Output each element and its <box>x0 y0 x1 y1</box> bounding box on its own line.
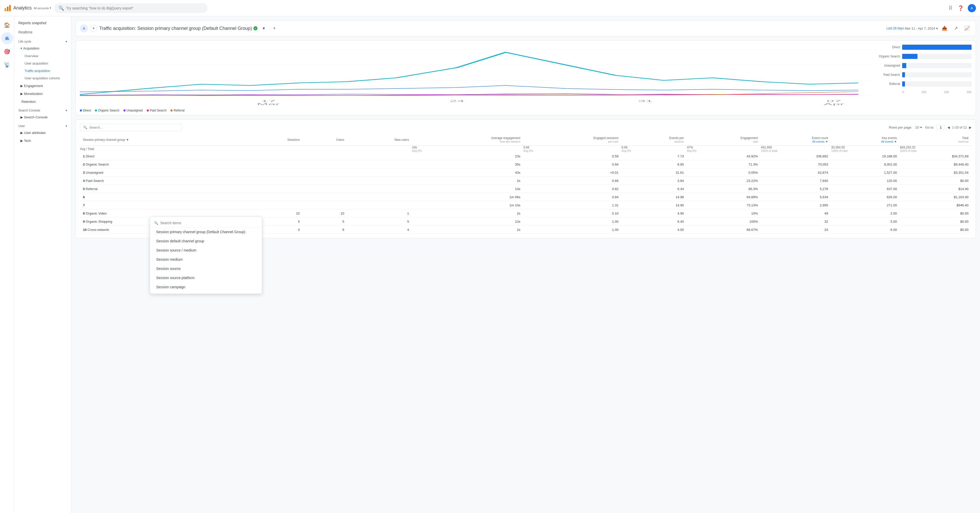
left-navigation: Reports snapshot Realtime Life cycle ▾ ▾… <box>14 16 72 513</box>
pagination-prev[interactable]: ◀ <box>947 125 950 129</box>
avatar[interactable]: A <box>968 4 976 12</box>
help-icon[interactable]: ❓ <box>958 5 964 11</box>
report-dropdown-button[interactable]: ▾ <box>259 24 268 33</box>
cell-engagement-rate: 73.13% <box>687 201 761 210</box>
add-comparison-button[interactable]: + <box>90 25 97 32</box>
dropdown-item[interactable]: Session primary channel group (Default C… <box>150 227 262 237</box>
col-events-per-session[interactable]: Events persession <box>621 134 687 146</box>
legend-referral[interactable]: Referral <box>170 109 185 112</box>
nav-section-user[interactable]: User ▾ <box>14 121 71 129</box>
cell-events-per-session: 3.84 <box>621 177 687 185</box>
expand-icon6: ▶ <box>21 131 23 135</box>
nav-search-console[interactable]: ▶ Search Console <box>14 113 71 121</box>
table-search-input[interactable] <box>89 125 179 129</box>
expand-icon2: ▶ <box>21 84 23 88</box>
dropdown-item[interactable]: Session medium <box>150 255 262 264</box>
bar-chart: Direct Organic Search Unassigned <box>875 44 972 111</box>
sidebar-home[interactable]: 🏠 <box>1 19 13 31</box>
add-report-button[interactable]: + <box>270 24 279 33</box>
col-sessions[interactable]: Sessions <box>244 134 303 146</box>
apps-icon[interactable]: ⠿ <box>947 5 953 11</box>
sidebar-explore[interactable]: 🎯 <box>1 45 13 58</box>
lifecycle-caret: ▾ <box>65 40 67 43</box>
user-caret: ▾ <box>65 124 67 128</box>
cell-events-per-session: 14.98 <box>621 193 687 201</box>
cell-avg-time: 2s <box>412 226 523 234</box>
cell-sessions <box>244 185 303 193</box>
nav-retention[interactable]: Retention <box>14 98 71 106</box>
date-range-picker[interactable]: Last 28 days Mar 11 - Apr 7, 2024 ▾ <box>886 27 938 30</box>
col-event-count[interactable]: Event countAll events ▼ <box>761 134 831 146</box>
dropdown-item[interactable]: Session source / medium <box>150 246 262 255</box>
avg-engagement-rate: 47% Avg 0% <box>687 146 761 152</box>
col-avg-time[interactable]: Average engagementtime per session <box>412 134 523 146</box>
legend-paid-search[interactable]: Paid Search <box>147 109 166 112</box>
avg-revenue: $49,293.33 100% of total <box>900 146 972 152</box>
cell-event-count: 5,278 <box>761 185 831 193</box>
cell-new-users <box>347 201 412 210</box>
nav-engagement[interactable]: ▶ Engagement <box>14 82 71 90</box>
col-engaged-sessions[interactable]: Engaged sessionsper user <box>523 134 621 146</box>
nav-reports-snapshot[interactable]: Reports snapshot <box>14 18 71 27</box>
expand-icon3: ▶ <box>21 92 23 96</box>
cell-event-count: 70,053 <box>761 160 831 168</box>
nav-user-acquisition[interactable]: User acquisition <box>14 60 71 67</box>
page-number-input[interactable] <box>936 125 945 130</box>
dropdown-search-input[interactable] <box>160 221 258 225</box>
dropdown-item[interactable]: Session source platform <box>150 273 262 283</box>
table-row: 1 Direct 23s 0.59 7.73 43.92% 336,892 19… <box>80 152 972 160</box>
search-input[interactable] <box>66 6 204 10</box>
cell-key-events: 2.00 <box>831 210 900 218</box>
cell-label: 1 Direct <box>80 152 244 160</box>
cell-new-users: 1 <box>347 210 412 218</box>
cell-engaged-sessions: 0.82 <box>523 185 621 193</box>
rows-per-page-select[interactable]: 10 25 50 <box>914 125 923 130</box>
pagination-next[interactable]: ▶ <box>969 125 972 129</box>
global-search[interactable]: 🔍 <box>54 3 207 13</box>
nav-acquisition[interactable]: ▾ Acquisition <box>14 44 71 52</box>
dropdown-item[interactable]: Session campaign <box>150 283 262 292</box>
search-console-section-label: Search Console <box>18 109 40 112</box>
dropdown-item[interactable]: Session source <box>150 264 262 273</box>
cell-engagement-rate: 23.22% <box>687 177 761 185</box>
col-users[interactable]: Users <box>303 134 347 146</box>
avg-events-per-session: 8.69 Avg 0% <box>621 146 687 152</box>
report-title-area: Traffic acquisition: Session primary cha… <box>99 24 279 33</box>
export-button[interactable]: 📤 <box>940 24 949 33</box>
cell-events-per-session: 7.73 <box>621 152 687 160</box>
dropdown-item[interactable]: Session default channel group <box>150 237 262 246</box>
svg-text:Mar: Mar <box>257 103 280 106</box>
bar-track-paid <box>902 72 972 77</box>
share-button[interactable]: ↗ <box>951 24 960 33</box>
table-controls: 🔍 Rows per page: 10 25 50 Go to: ◀ 1-10 … <box>80 124 972 131</box>
legend-direct[interactable]: Direct <box>80 109 91 112</box>
nav-overview[interactable]: Overview <box>14 52 71 60</box>
cell-engaged-sessions: 0.94 <box>523 160 621 168</box>
nav-monetization[interactable]: ▶ Monetization <box>14 90 71 98</box>
svg-text:07: 07 <box>827 100 842 103</box>
nav-traffic-acquisition[interactable]: Traffic acquisition <box>14 67 71 75</box>
col-channel[interactable]: Session primary channel group ▼ <box>80 134 244 146</box>
nav-user-acquisition-cohorts[interactable]: User acquisition cohorts <box>14 75 71 82</box>
page-range: 1-10 of 11 <box>952 125 967 129</box>
cell-key-events: 271.00 <box>831 201 900 210</box>
legend-organic-search[interactable]: Organic Search <box>95 109 119 112</box>
sidebar-advertising[interactable]: 📡 <box>1 59 13 71</box>
dropdown-search-area[interactable]: 🔍 <box>150 219 262 227</box>
legend-unassigned[interactable]: Unassigned <box>124 109 143 112</box>
sidebar-reports[interactable] <box>1 32 13 44</box>
nav-section-search-console[interactable]: Search Console ▾ <box>14 106 71 113</box>
cell-event-count: 62,874 <box>761 168 831 177</box>
col-total-revenue[interactable]: Totalrevenue <box>900 134 972 146</box>
all-accounts-button[interactable]: All accounts ▾ <box>34 6 51 10</box>
col-engagement-rate[interactable]: Engagementrate <box>687 134 761 146</box>
nav-section-lifecycle[interactable]: Life cycle ▾ <box>14 37 71 44</box>
col-key-events[interactable]: Key eventsAll events ▼ <box>831 134 900 146</box>
table-search[interactable]: 🔍 <box>80 124 182 131</box>
insights-button[interactable]: 📈 <box>963 24 972 33</box>
nav-user-attributes[interactable]: ▶ User attributes <box>14 129 71 137</box>
line-chart: 3K 2K 1K 0 17 Mar 24 31 07 <box>80 44 870 111</box>
col-new-users[interactable]: New users <box>347 134 412 146</box>
nav-tech[interactable]: ▶ Tech <box>14 137 71 145</box>
nav-realtime[interactable]: Realtime <box>14 27 71 37</box>
